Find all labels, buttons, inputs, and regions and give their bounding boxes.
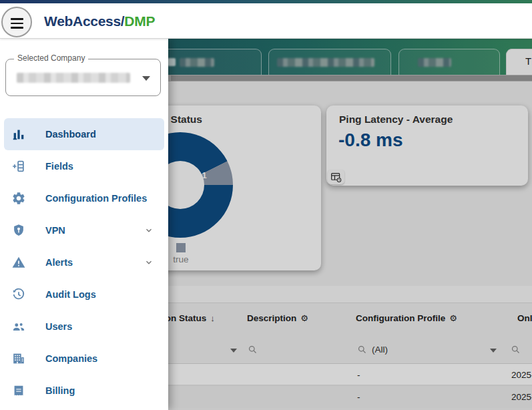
navigation-drawer: Selected Company Dashboard — [0, 39, 168, 410]
sidebar-item-fields[interactable]: Fields — [4, 150, 164, 182]
receipt-icon — [11, 383, 27, 399]
sidebar-item-billing[interactable]: Billing — [4, 375, 164, 407]
company-select[interactable]: Selected Company — [5, 59, 161, 96]
shield-key-icon — [11, 222, 27, 238]
bar-chart-icon — [11, 126, 27, 142]
company-select-label: Selected Company — [14, 53, 88, 63]
sidebar-item-companies[interactable]: Companies — [4, 343, 164, 375]
sidebar-menu: Dashboard Fields Confi — [0, 118, 168, 407]
sidebar-item-dashboard[interactable]: Dashboard — [4, 118, 164, 150]
sidebar-item-configuration-profiles[interactable]: Configuration Profiles — [4, 182, 164, 214]
logo-text-primary: WebAccess/ — [44, 13, 124, 29]
sidebar-item-label: Dashboard — [45, 129, 96, 140]
warning-triangle-icon — [11, 254, 27, 270]
sidebar-item-label: Billing — [45, 385, 75, 396]
building-icon — [11, 351, 27, 367]
sidebar-item-label: Alerts — [45, 257, 73, 268]
app-header: WebAccess/DMP — [0, 0, 532, 39]
sidebar-item-label: Configuration Profiles — [45, 193, 147, 204]
sidebar-item-label: Audit Logs — [45, 289, 96, 300]
sidebar-item-label: Companies — [45, 353, 97, 364]
sidebar-item-alerts[interactable]: Alerts — [4, 246, 164, 278]
logo-text-accent: DMP — [124, 13, 155, 29]
menu-toggle-button[interactable] — [1, 7, 32, 37]
redacted-company-name — [17, 73, 130, 83]
sidebar-item-audit-logs[interactable]: Audit Logs — [4, 278, 164, 311]
sidebar-item-vpn[interactable]: VPN — [4, 214, 164, 246]
hamburger-icon — [11, 18, 23, 31]
sidebar-item-label: VPN — [45, 225, 65, 236]
users-icon — [11, 319, 27, 335]
webaccess-dmp-app: T Connection Status 1 true Ping Latency … — [0, 0, 532, 410]
history-clock-icon — [11, 286, 27, 302]
add-field-icon — [11, 158, 27, 174]
chevron-down-icon — [142, 76, 150, 81]
app-logo: WebAccess/DMP — [44, 13, 155, 29]
sidebar-item-label: Fields — [45, 161, 73, 172]
sidebar-item-label: Users — [45, 321, 72, 332]
brand-gradient-strip — [0, 0, 532, 3]
sidebar-item-users[interactable]: Users — [4, 311, 164, 343]
chevron-down-icon — [144, 258, 154, 267]
chevron-down-icon — [144, 226, 154, 235]
gear-icon — [11, 190, 27, 206]
